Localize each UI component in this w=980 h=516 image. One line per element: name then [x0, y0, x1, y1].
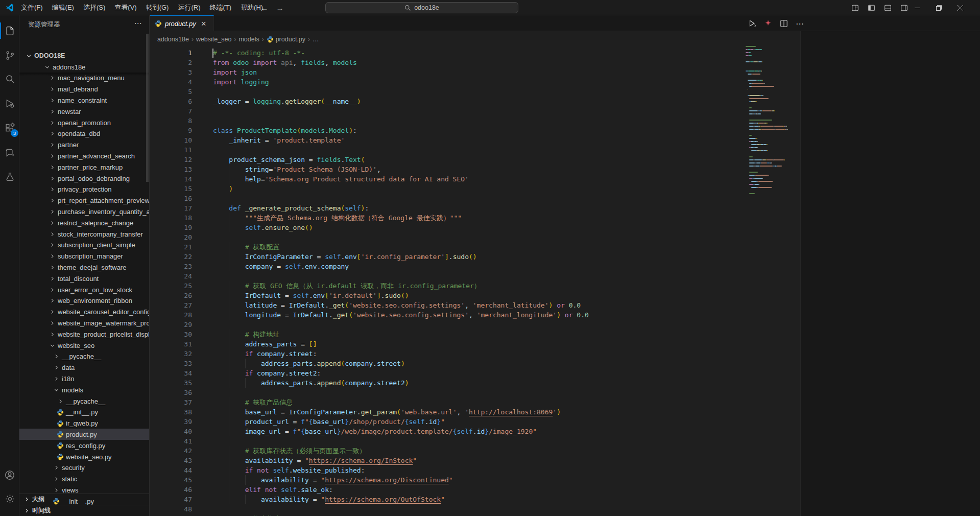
tree-item-data[interactable]: data	[19, 362, 150, 373]
tree-item-ir-qweb-py[interactable]: ir_qweb.py	[19, 418, 150, 429]
code-line[interactable]: 39 product_url = f"{base_url}/shop/produ…	[150, 417, 801, 427]
restore-button[interactable]	[928, 0, 949, 15]
menu-item-2[interactable]: 选择(S)	[79, 2, 110, 13]
menu-item-1[interactable]: 编辑(E)	[47, 2, 79, 13]
tree-item-opendata-dbd[interactable]: opendata_dbd	[19, 128, 150, 139]
tree-item-name-constraint[interactable]: name_constraint	[19, 95, 150, 106]
tree-item-mac-navigation-menu[interactable]: mac_navigation_menu	[19, 73, 150, 84]
code-line[interactable]: 16	[150, 194, 801, 203]
breadcrumb-item-0[interactable]: addons18e	[157, 36, 189, 43]
tree-item-partner-advanced-search[interactable]: partner_advanced_search	[19, 150, 150, 161]
editor-more-actions-button[interactable]: ⋯	[794, 18, 805, 29]
code-line[interactable]: 31 address_parts = []	[150, 339, 801, 349]
code-line[interactable]: 47 availability = "https://schema.org/Ou…	[150, 495, 801, 504]
explorer-icon[interactable]	[0, 20, 19, 41]
menu-item-0[interactable]: 文件(F)	[16, 2, 47, 13]
menu-item-6[interactable]: 终端(T)	[205, 2, 236, 13]
code-line[interactable]: 27 latitude = IrDefault._get('website.se…	[150, 300, 801, 310]
code-line[interactable]: 23 company = self.env.company	[150, 262, 801, 271]
breadcrumb-item-2[interactable]: models	[238, 36, 259, 43]
account-icon[interactable]	[0, 465, 19, 485]
code-line[interactable]: 40 image_url = f"{base_url}/web/image/pr…	[150, 427, 801, 436]
code-line[interactable]: 13 string='Product Schema (JSON-LD)',	[150, 165, 801, 174]
split-editor-button[interactable]	[778, 18, 790, 29]
tree-item-product-py[interactable]: product.py	[19, 429, 150, 440]
explorer-root-folder[interactable]: ODOO18E	[19, 50, 150, 61]
tree-item-website-carousel-editor-config[interactable]: website_carousel_editor_config	[19, 307, 150, 318]
code-line[interactable]: 35 address_parts.append(company.street2)	[150, 378, 801, 388]
code-line[interactable]: 48	[150, 504, 801, 514]
menu-item-4[interactable]: 转到(G)	[141, 2, 174, 13]
code-line[interactable]: 30 # 构建地址	[150, 330, 801, 339]
tree-item-newstar[interactable]: newstar	[19, 106, 150, 117]
tree-item-models[interactable]: models	[19, 384, 150, 395]
code-line[interactable]: 26 IrDefault = self.env['ir.default'].su…	[150, 291, 801, 300]
code-line[interactable]: 18 """生成产品 Schema.org 结构化数据（符合 Google 最佳…	[150, 213, 801, 223]
code-editor[interactable]: 1# -*- coding: utf-8 -*-2from odoo impor…	[150, 48, 801, 516]
code-line[interactable]: 3import json	[150, 67, 801, 77]
tree-item-website-image-watermark-pro[interactable]: website_image_watermark_pro	[19, 317, 150, 329]
code-line[interactable]: 5	[150, 87, 801, 97]
code-line[interactable]: 11	[150, 145, 801, 155]
tree-item-security[interactable]: security	[19, 462, 150, 474]
close-window-button[interactable]	[949, 0, 971, 15]
run-python-file-button[interactable]	[747, 18, 758, 29]
minimize-button[interactable]	[906, 0, 928, 15]
timeline-section[interactable]: 时间线	[19, 505, 150, 516]
tree-item-theme-deejai-software[interactable]: theme_deejai_software	[19, 262, 150, 273]
code-line[interactable]: 6_logger = logging.getLogger(__name__)	[150, 97, 801, 106]
source-control-icon[interactable]	[0, 45, 19, 65]
tree-item-partner[interactable]: partner	[19, 139, 150, 151]
tree-item-prt-report-attachment-preview[interactable]: prt_report_attachment_preview	[19, 195, 150, 206]
command-center-search[interactable]: odoo18e	[325, 2, 518, 13]
tree-item-portal-odoo-debranding[interactable]: portal_odoo_debranding	[19, 173, 150, 184]
tree-item-restrict-saleprice-change[interactable]: restrict_saleprice_change	[19, 217, 150, 228]
testing-icon[interactable]	[0, 167, 19, 187]
run-linter-icon[interactable]	[762, 18, 774, 29]
search-sidebar-icon[interactable]	[0, 68, 19, 89]
tree-item-partner-price-markup[interactable]: partner_price_markup	[19, 161, 150, 173]
run-debug-icon[interactable]	[0, 93, 19, 113]
code-line[interactable]: 17 def _generate_product_schema(self):	[150, 203, 801, 213]
code-line[interactable]: 8	[150, 116, 801, 126]
customize-layout-icon[interactable]	[849, 2, 861, 13]
tab-close-icon[interactable]: ✕	[199, 19, 208, 28]
tree-item-website-product-pricelist-display[interactable]: website_product_pricelist_display	[19, 329, 150, 340]
code-line[interactable]: 44 if not self.website_published:	[150, 465, 801, 475]
tree-item-privacy-protection[interactable]: privacy_protection	[19, 184, 150, 195]
code-line[interactable]: 2from odoo import api, fields, models	[150, 58, 801, 67]
tree-item-web-environment-ribbon[interactable]: web_environment_ribbon	[19, 295, 150, 307]
breadcrumb-item-4[interactable]: …	[313, 36, 319, 43]
outline-section[interactable]: 大纲	[19, 494, 150, 505]
chat-icon[interactable]	[0, 143, 19, 163]
tree-item--pycache-[interactable]: __pycache__	[19, 395, 150, 407]
code-line[interactable]: 19 self.ensure_one()	[150, 223, 801, 232]
minimap[interactable]	[746, 46, 794, 209]
breadcrumb-item-1[interactable]: website_seo	[196, 36, 232, 43]
tree-item-stock-intercompany-transfer[interactable]: stock_intercompany_transfer	[19, 228, 150, 240]
code-line[interactable]: 46 elif not self.sale_ok:	[150, 485, 801, 495]
code-line[interactable]: 45 availability = "https://schema.org/Di…	[150, 475, 801, 485]
tree-item-addons18e[interactable]: addons18e	[19, 61, 150, 73]
tree-item-mail-debrand[interactable]: mail_debrand	[19, 84, 150, 95]
code-line[interactable]: 22 IrConfigParameter = self.env['ir.conf…	[150, 252, 801, 262]
tree-item-res-config-py[interactable]: res_config.py	[19, 440, 150, 451]
menu-item-5[interactable]: 运行(R)	[173, 2, 205, 13]
code-line[interactable]: 42 # 获取库存状态（必须与页面显示一致）	[150, 446, 801, 456]
tree-item-user-error-on-low-stock[interactable]: user_error_on_low_stock	[19, 284, 150, 295]
nav-back-button[interactable]: ←	[259, 3, 270, 13]
code-line[interactable]: 33 address_parts.append(company.street)	[150, 359, 801, 368]
tree-item-openai-promotion[interactable]: openai_promotion	[19, 117, 150, 128]
code-line[interactable]: 25 # 获取 GEO 信息（从 ir.default 读取，而非 ir.con…	[150, 281, 801, 291]
code-line[interactable]: 14 help='Schema.org Product structured d…	[150, 174, 801, 184]
tree-item-subscription-manager[interactable]: subscription_manager	[19, 251, 150, 262]
tree-item-total-discount[interactable]: total_discount	[19, 273, 150, 284]
tree-item-website-seo-py[interactable]: website_seo.py	[19, 451, 150, 462]
menu-item-3[interactable]: 查看(V)	[110, 2, 141, 13]
nav-forward-button[interactable]: →	[275, 3, 285, 13]
tree-item-static[interactable]: static	[19, 474, 150, 485]
code-line[interactable]: 29	[150, 320, 801, 330]
code-line[interactable]: 20	[150, 232, 801, 242]
settings-gear-icon[interactable]	[0, 488, 19, 509]
tree-item-subscription-client-simple[interactable]: subscription_client_simple	[19, 240, 150, 251]
